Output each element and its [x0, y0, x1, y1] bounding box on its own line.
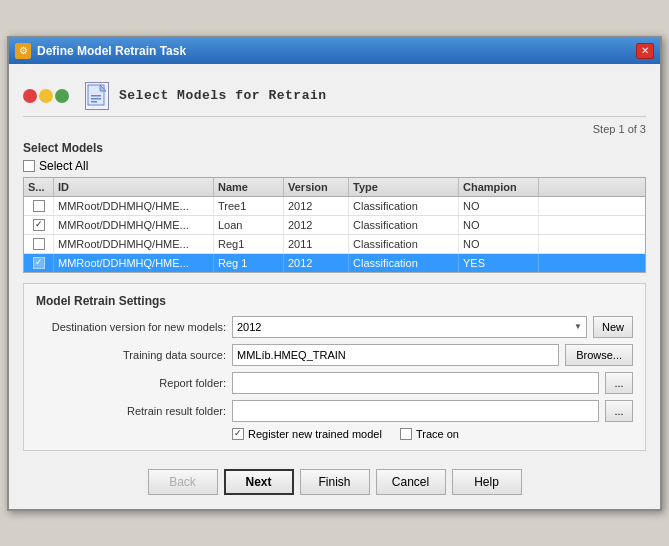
retrain-folder-dots-button[interactable]: ...	[605, 400, 633, 422]
new-button[interactable]: New	[593, 316, 633, 338]
help-button[interactable]: Help	[452, 469, 522, 495]
close-button[interactable]: ✕	[636, 43, 654, 59]
options-row: Register new trained model Trace on	[232, 428, 633, 440]
svg-rect-2	[91, 95, 101, 97]
row-champion-3: YES	[459, 254, 539, 272]
col-header-champion: Champion	[459, 178, 539, 196]
svg-rect-3	[91, 98, 101, 100]
row-id-3: MMRoot/DDHMHQ/HME...	[54, 254, 214, 272]
select-all-row: Select All	[23, 159, 646, 173]
settings-section: Model Retrain Settings Destination versi…	[23, 283, 646, 451]
report-folder-input[interactable]	[232, 372, 599, 394]
row-version-2: 2011	[284, 235, 349, 253]
trace-label: Trace on	[416, 428, 459, 440]
training-data-label: Training data source:	[36, 349, 226, 361]
dest-version-label: Destination version for new models:	[36, 321, 226, 333]
row-checkbox-2[interactable]	[24, 235, 54, 253]
dest-version-value: 2012	[237, 321, 261, 333]
row-id-1: MMRoot/DDHMHQ/HME...	[54, 216, 214, 234]
dest-version-dropdown[interactable]: 2012 ▼	[232, 316, 587, 338]
report-folder-label: Report folder:	[36, 377, 226, 389]
row-type-3: Classification	[349, 254, 459, 272]
row-checkbox-icon-3[interactable]	[33, 257, 45, 269]
row-name-2: Reg1	[214, 235, 284, 253]
header-title: Select Models for Retrain	[119, 88, 327, 103]
retrain-folder-input[interactable]	[232, 400, 599, 422]
row-name-0: Tree1	[214, 197, 284, 215]
red-circle-icon	[23, 89, 37, 103]
report-folder-dots-button[interactable]: ...	[605, 372, 633, 394]
finish-button[interactable]: Finish	[300, 469, 370, 495]
report-folder-row: Report folder: ...	[36, 372, 633, 394]
settings-title: Model Retrain Settings	[36, 294, 633, 308]
app-icon: ⚙	[15, 43, 31, 59]
row-checkbox-icon-2[interactable]	[33, 238, 45, 250]
next-button[interactable]: Next	[224, 469, 294, 495]
browse-button[interactable]: Browse...	[565, 344, 633, 366]
select-models-label: Select Models	[23, 141, 646, 155]
trace-pair: Trace on	[400, 428, 459, 440]
window-title: Define Model Retrain Task	[37, 44, 186, 58]
register-label: Register new trained model	[248, 428, 382, 440]
models-table: S... ID Name Version Type Champion MMRoo…	[23, 177, 646, 273]
back-button[interactable]: Back	[148, 469, 218, 495]
row-name-3: Reg 1	[214, 254, 284, 272]
retrain-folder-row: Retrain result folder: ...	[36, 400, 633, 422]
row-id-2: MMRoot/DDHMHQ/HME...	[54, 235, 214, 253]
cancel-button[interactable]: Cancel	[376, 469, 446, 495]
retrain-folder-label: Retrain result folder:	[36, 405, 226, 417]
training-data-row: Training data source: Browse...	[36, 344, 633, 366]
header-icons	[23, 89, 69, 103]
col-header-version: Version	[284, 178, 349, 196]
row-type-1: Classification	[349, 216, 459, 234]
yellow-circle-icon	[39, 89, 53, 103]
row-checkbox-icon-0[interactable]	[33, 200, 45, 212]
row-champion-2: NO	[459, 235, 539, 253]
title-bar: ⚙ Define Model Retrain Task ✕	[9, 38, 660, 64]
table-header: S... ID Name Version Type Champion	[24, 178, 645, 197]
green-circle-icon	[55, 89, 69, 103]
table-row[interactable]: MMRoot/DDHMHQ/HME... Tree1 2012 Classifi…	[24, 197, 645, 216]
row-version-1: 2012	[284, 216, 349, 234]
row-checkbox-icon-1[interactable]	[33, 219, 45, 231]
register-pair: Register new trained model	[232, 428, 382, 440]
step-info: Step 1 of 3	[23, 123, 646, 135]
row-type-2: Classification	[349, 235, 459, 253]
col-header-name: Name	[214, 178, 284, 196]
col-header-type: Type	[349, 178, 459, 196]
table-row[interactable]: MMRoot/DDHMHQ/HME... Reg 1 2012 Classifi…	[24, 254, 645, 272]
window-body: Select Models for Retrain Step 1 of 3 Se…	[9, 64, 660, 509]
table-row[interactable]: MMRoot/DDHMHQ/HME... Reg1 2011 Classific…	[24, 235, 645, 254]
dropdown-arrow-icon: ▼	[574, 322, 582, 331]
row-version-3: 2012	[284, 254, 349, 272]
file-icon	[85, 82, 109, 110]
main-window: ⚙ Define Model Retrain Task ✕	[7, 36, 662, 511]
dest-version-row: Destination version for new models: 2012…	[36, 316, 633, 338]
row-version-0: 2012	[284, 197, 349, 215]
row-checkbox-1[interactable]	[24, 216, 54, 234]
row-champion-0: NO	[459, 197, 539, 215]
register-checkbox[interactable]	[232, 428, 244, 440]
col-header-id: ID	[54, 178, 214, 196]
row-name-1: Loan	[214, 216, 284, 234]
table-row[interactable]: MMRoot/DDHMHQ/HME... Loan 2012 Classific…	[24, 216, 645, 235]
dest-version-dropdown-container: 2012 ▼	[232, 316, 587, 338]
svg-rect-4	[91, 101, 97, 103]
row-type-0: Classification	[349, 197, 459, 215]
row-checkbox-3[interactable]	[24, 254, 54, 272]
row-id-0: MMRoot/DDHMHQ/HME...	[54, 197, 214, 215]
title-bar-left: ⚙ Define Model Retrain Task	[15, 43, 186, 59]
select-all-checkbox[interactable]	[23, 160, 35, 172]
trace-checkbox[interactable]	[400, 428, 412, 440]
footer: Back Next Finish Cancel Help	[23, 461, 646, 499]
row-checkbox-0[interactable]	[24, 197, 54, 215]
row-champion-1: NO	[459, 216, 539, 234]
header-section: Select Models for Retrain	[23, 74, 646, 117]
col-header-s: S...	[24, 178, 54, 196]
select-all-label: Select All	[39, 159, 88, 173]
training-data-input[interactable]	[232, 344, 559, 366]
